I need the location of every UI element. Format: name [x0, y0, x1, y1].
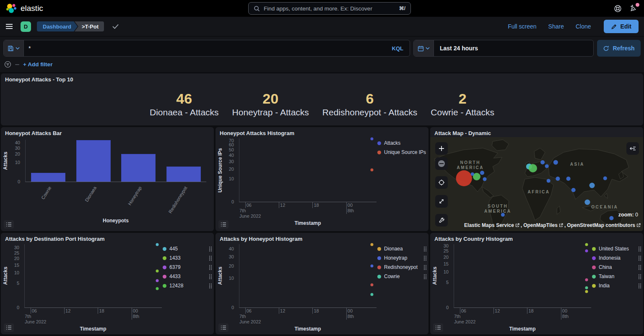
plot-area	[239, 244, 377, 308]
map-tools-button[interactable]	[435, 214, 448, 227]
attack-bubble[interactable]	[584, 200, 590, 205]
legend-item[interactable]: 1433	[163, 255, 212, 261]
legend-toggle-icon[interactable]	[218, 220, 229, 229]
legend-item[interactable]: Unique Source IPs	[377, 149, 427, 155]
attack-bubble[interactable]	[571, 188, 576, 192]
elastic-home-link[interactable]: elastic	[0, 3, 43, 13]
legend-actions-icon[interactable]	[638, 255, 641, 261]
attack-bubble[interactable]	[566, 177, 571, 181]
help-button[interactable]	[614, 5, 622, 13]
breadcrumb-tpot[interactable]: >T-Pot	[75, 21, 104, 31]
legend-toggle-icon[interactable]	[433, 323, 443, 332]
attack-bubble[interactable]	[529, 164, 537, 172]
legend-actions-icon[interactable]	[209, 255, 212, 261]
legend-actions-icon[interactable]	[638, 265, 641, 270]
legend-actions-icon[interactable]	[423, 274, 427, 279]
x-tick-label: 12	[280, 203, 285, 208]
legend-item[interactable]: Redishoneypot	[377, 264, 427, 270]
newsfeed-button[interactable]	[629, 5, 637, 13]
legend-actions-icon[interactable]	[423, 255, 427, 261]
legend-item[interactable]: Indonesia	[592, 255, 641, 261]
attribution-link[interactable]: OpenStreetMap contributors	[567, 222, 641, 228]
legend-actions-icon[interactable]	[423, 246, 427, 252]
calendar-menu-button[interactable]	[414, 40, 434, 56]
add-filter-link[interactable]: + Add filter	[23, 61, 52, 68]
collapse-arrow-icon	[629, 146, 636, 151]
date-label: June 2022	[239, 214, 261, 219]
full-screen-link[interactable]: Full screen	[508, 23, 536, 30]
refresh-button[interactable]: Refresh	[597, 40, 641, 57]
category-label: Redishoneypot	[167, 185, 188, 214]
legend-actions-icon[interactable]	[423, 265, 427, 270]
y-tick-label: 10	[444, 269, 449, 274]
attack-bubble[interactable]	[471, 172, 474, 176]
attack-bubble[interactable]	[547, 179, 551, 183]
legend-actions-icon[interactable]	[638, 246, 641, 252]
legend-actions-icon[interactable]	[209, 283, 212, 289]
legend-toggle-icon[interactable]	[4, 323, 14, 332]
legend-toggle-icon[interactable]	[218, 323, 229, 332]
query-bar: * KQL Last 24 hours Refresh	[0, 36, 644, 60]
breadcrumb-dashboard[interactable]: Dashboard	[37, 21, 78, 31]
panel-attacks-by-country: Attacks by Country Histogram Attacks0510…	[430, 233, 643, 334]
query-language-badge[interactable]: KQL	[386, 40, 410, 56]
query-input[interactable]: *	[24, 40, 386, 56]
legend-item[interactable]: 6379	[163, 264, 212, 270]
legend-item[interactable]: Dionaea	[377, 246, 427, 252]
wrench-icon	[439, 217, 445, 224]
top-bar: elastic Find apps, content, and more. Ex…	[0, 0, 644, 17]
attack-bubble[interactable]	[603, 177, 607, 180]
clone-link[interactable]: Clone	[576, 23, 591, 30]
legend-actions-icon[interactable]	[638, 274, 641, 279]
map-zoom-in-button[interactable]	[435, 142, 448, 155]
legend-item[interactable]: 445	[163, 246, 212, 252]
legend-actions-icon[interactable]	[209, 246, 212, 252]
attack-map[interactable]: NORTHAMERICASOUTHAMERICAAFRICAASIAOCEANI…	[430, 137, 643, 231]
legend-item[interactable]: 4433	[163, 273, 212, 279]
map-legend-collapse-button[interactable]	[626, 142, 639, 155]
date-label: 7th	[239, 208, 246, 213]
time-range-value[interactable]: Last 24 hours	[434, 40, 484, 56]
legend-item[interactable]: India	[592, 283, 641, 289]
attack-bubble[interactable]	[540, 160, 545, 164]
attack-bubble[interactable]	[609, 216, 613, 220]
map-fit-data-button[interactable]	[435, 195, 448, 208]
share-link[interactable]: Share	[548, 23, 564, 30]
global-search-input[interactable]: Find apps, content, and more. Ex: Discov…	[248, 2, 411, 15]
legend-item[interactable]: Attacks	[377, 140, 427, 146]
map-set-view-button[interactable]	[435, 176, 448, 189]
legend-label: China	[599, 264, 612, 270]
edit-button[interactable]: Edit	[604, 20, 639, 33]
attack-bubble[interactable]	[553, 160, 558, 165]
menu-hamburger-button[interactable]	[5, 23, 13, 29]
attack-bubble[interactable]	[483, 177, 486, 181]
attack-bubble[interactable]	[545, 164, 549, 168]
attack-bubble[interactable]	[456, 170, 472, 186]
check-icon	[112, 24, 119, 29]
saved-query-menu-button[interactable]	[4, 40, 24, 56]
y-tick-label: 40	[229, 153, 234, 158]
legend-item[interactable]: Taiwan	[592, 273, 641, 279]
attack-bubble[interactable]	[480, 171, 484, 175]
legend-toggle-icon[interactable]	[4, 220, 14, 229]
legend-item[interactable]: United States	[592, 246, 641, 252]
legend-actions-icon[interactable]	[209, 265, 212, 270]
legend-actions-icon[interactable]	[638, 283, 641, 289]
attribution-link[interactable]: OpenMapTiles	[523, 222, 563, 228]
map-zoom-out-button[interactable]	[435, 157, 448, 170]
legend-item[interactable]: Cowrie	[377, 273, 427, 279]
legend-color-dot	[163, 284, 166, 288]
legend-item[interactable]: Honeytrap	[377, 255, 427, 261]
legend-item[interactable]: 12428	[163, 283, 212, 289]
external-link-icon	[636, 223, 641, 227]
attack-bubble[interactable]	[556, 177, 560, 181]
attribution-link[interactable]: Elastic Maps Service	[464, 222, 519, 228]
filter-menu-icon[interactable]	[4, 61, 11, 68]
date-label: June 2022	[454, 319, 475, 324]
attack-bubble[interactable]	[501, 213, 505, 217]
legend-actions-icon[interactable]	[209, 274, 212, 279]
attack-bubble[interactable]	[589, 183, 595, 188]
x-tick-label: 00	[348, 308, 353, 313]
legend-item[interactable]: China	[592, 264, 641, 270]
legend-label: 4433	[169, 273, 181, 279]
